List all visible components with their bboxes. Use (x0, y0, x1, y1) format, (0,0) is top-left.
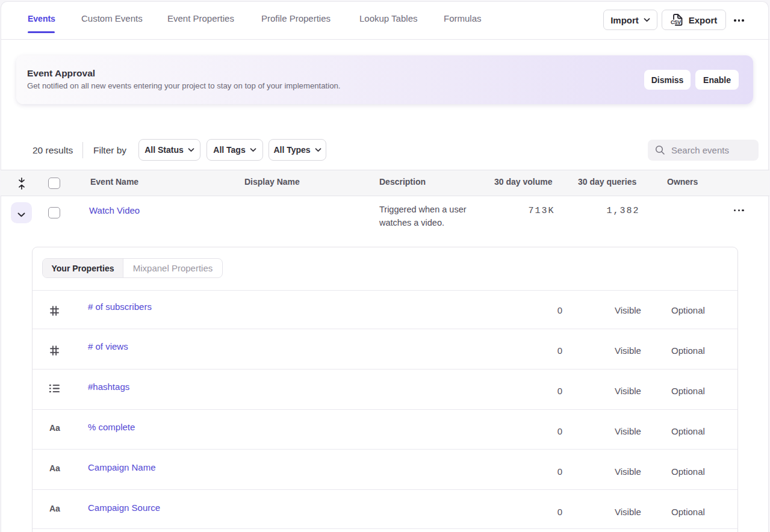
svg-text:CSV: CSV (671, 19, 681, 25)
